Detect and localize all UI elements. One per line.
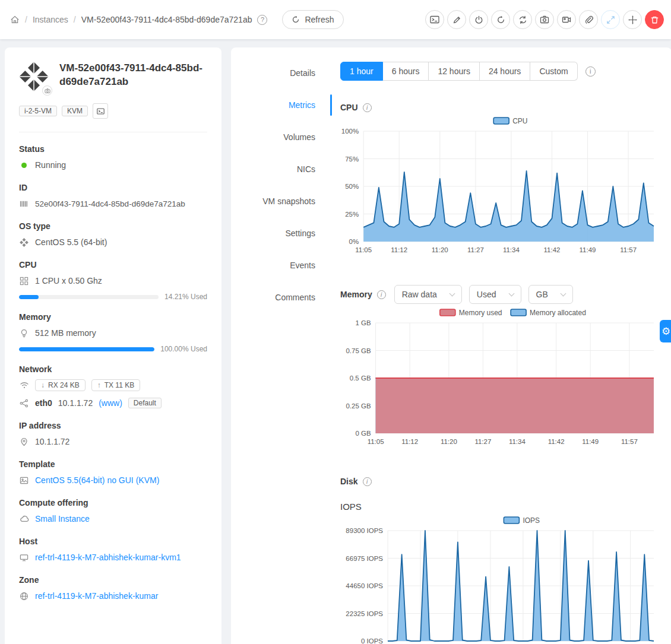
rx-button[interactable]: ↓ RX 24 KB <box>35 379 86 391</box>
edit-icon <box>452 15 461 24</box>
compute-offering-label: Compute offering <box>19 498 207 507</box>
scale-icon <box>628 15 637 24</box>
template-icon <box>19 475 29 486</box>
take-snapshot-button[interactable] <box>535 10 554 29</box>
tx-value: TX 11 KB <box>105 381 134 389</box>
take-vm-snapshot-button[interactable] <box>557 10 576 29</box>
reboot-icon <box>496 15 505 24</box>
host-label: Host <box>19 537 207 546</box>
svg-text:25%: 25% <box>345 211 359 218</box>
refresh-button[interactable]: Refresh <box>282 10 343 29</box>
network-link[interactable]: (www) <box>99 398 122 408</box>
host-link[interactable]: ref-trl-4119-k-M7-abhishek-kumar-kvm1 <box>35 553 181 562</box>
svg-text:11:49: 11:49 <box>580 246 596 253</box>
cpu-info-icon[interactable]: i <box>363 103 372 112</box>
tab-events[interactable]: Events <box>231 249 332 281</box>
attach-iso-button[interactable] <box>579 10 598 29</box>
edit-button[interactable] <box>447 10 466 29</box>
disk-info-icon[interactable]: i <box>363 477 372 486</box>
tx-button[interactable]: ↑ TX 11 KB <box>91 379 140 391</box>
svg-text:75%: 75% <box>345 156 359 163</box>
pin-icon <box>19 437 29 447</box>
iops-label: IOPS <box>340 502 660 512</box>
cpu-label: CPU <box>19 260 207 269</box>
main-content: VM-52e00f43-7911-4dc4-85bd-d69de7a721ab … <box>0 39 671 644</box>
console-tag-button[interactable] <box>93 103 108 119</box>
svg-text:0.75 GB: 0.75 GB <box>346 347 371 354</box>
data-mode-select[interactable]: Raw data <box>394 285 462 304</box>
download-arrow-icon: ↓ <box>41 381 45 389</box>
range-12-hours[interactable]: 12 hours <box>429 62 479 81</box>
compute-offering-link[interactable]: Small Instance <box>35 514 90 524</box>
migrate-icon <box>606 15 615 24</box>
memory-section: Memory 512 MB memory 100.00% Used <box>19 312 207 353</box>
os-section: OS type CentOS 5.5 (64-bit) <box>19 221 207 249</box>
cloud-icon <box>19 514 29 524</box>
home-icon[interactable] <box>10 15 20 25</box>
tab-volumes[interactable]: Volumes <box>231 121 332 153</box>
trash-icon <box>650 15 659 24</box>
docs-help-icon[interactable]: ? <box>257 15 267 25</box>
memory-info-icon[interactable]: i <box>377 290 386 299</box>
disk-metric-header: Disk i <box>340 477 660 486</box>
used-mode-value: Used <box>477 290 496 299</box>
memory-chart: 0 GB0.25 GB0.5 GB0.75 GB1 GB11:0511:1211… <box>340 305 660 455</box>
cpu-used-text: 14.21% Used <box>164 293 207 301</box>
nic-ip: 10.1.1.72 <box>58 398 93 408</box>
metrics-help-icon[interactable]: i <box>585 66 596 77</box>
unit-select[interactable]: GB <box>528 285 573 304</box>
globe-icon <box>19 591 29 601</box>
zone-section: Zone ref-trl-4119-k-M7-abhishek-kumar <box>19 575 207 602</box>
reinstall-instance-button[interactable] <box>513 10 532 29</box>
id-value: 52e00f43-7911-4dc4-85bd-d69de7a721ab <box>35 199 185 208</box>
range-custom[interactable]: Custom <box>530 62 577 81</box>
range-1-hour[interactable]: 1 hour <box>340 62 383 81</box>
svg-text:89300 IOPS: 89300 IOPS <box>346 527 383 534</box>
template-link[interactable]: CentOS 5.5(64-bit) no GUI (KVM) <box>35 475 159 485</box>
cpu-value: 1 CPU x 0.50 Ghz <box>35 276 102 285</box>
svg-text:11:12: 11:12 <box>391 246 407 253</box>
metrics-panel: 1 hour6 hours12 hours24 hoursCustom i CP… <box>332 47 671 644</box>
refresh-label: Refresh <box>305 15 334 24</box>
destroy-instance-button[interactable] <box>645 10 664 29</box>
scale-vm-button[interactable] <box>623 10 642 29</box>
range-6-hours[interactable]: 6 hours <box>383 62 429 81</box>
unit-value: GB <box>536 290 548 299</box>
breadcrumb-instances[interactable]: Instances <box>33 15 68 24</box>
breadcrumb-vm-name: VM-52e00f43-7911-4dc4-85bd-d69de7a721ab <box>81 15 252 24</box>
breadcrumb-separator: / <box>74 15 76 24</box>
migrate-instance-button[interactable] <box>601 10 620 29</box>
memory-metric-header: Memory i Raw data Used GB <box>340 285 660 304</box>
nic-share-icon <box>19 398 29 408</box>
gear-icon: ⚙ <box>661 325 670 338</box>
cpu-icon <box>19 276 29 286</box>
host-monitor-icon <box>19 553 29 563</box>
tab-vm-snapshots[interactable]: VM snapshots <box>231 185 332 217</box>
top-bar: / Instances / VM-52e00f43-7911-4dc4-85bd… <box>0 0 671 39</box>
sync-icon <box>518 15 527 24</box>
cpu-section: CPU 1 CPU x 0.50 Ghz 14.21% Used <box>19 260 207 301</box>
reboot-instance-button[interactable] <box>491 10 510 29</box>
default-network-tag: Default <box>128 398 162 408</box>
upload-arrow-icon: ↑ <box>97 381 101 389</box>
wifi-icon <box>19 380 29 391</box>
svg-text:11:20: 11:20 <box>432 246 448 253</box>
range-24-hours[interactable]: 24 hours <box>480 62 530 81</box>
used-allocated-select[interactable]: Used <box>469 285 521 304</box>
tab-settings[interactable]: Settings <box>231 217 332 249</box>
divider <box>19 132 207 132</box>
zone-link[interactable]: ref-trl-4119-k-M7-abhishek-kumar <box>35 591 158 601</box>
tab-metrics[interactable]: Metrics <box>231 89 332 121</box>
disk-chart: 0 IOPS22325 IOPS44650 IOPS66975 IOPS8930… <box>340 513 660 644</box>
svg-text:66975 IOPS: 66975 IOPS <box>346 555 383 562</box>
svg-text:11:05: 11:05 <box>355 246 372 253</box>
svg-text:11:49: 11:49 <box>582 438 599 445</box>
theme-settings-button[interactable]: ⚙ <box>660 320 671 342</box>
zone-label: Zone <box>19 575 207 585</box>
tab-comments[interactable]: Comments <box>231 281 332 313</box>
stop-instance-button[interactable] <box>469 10 488 29</box>
status-value: Running <box>35 160 66 170</box>
console-button[interactable] <box>425 10 444 29</box>
tab-details[interactable]: Details <box>231 57 332 89</box>
tab-nics[interactable]: NICs <box>231 153 332 185</box>
